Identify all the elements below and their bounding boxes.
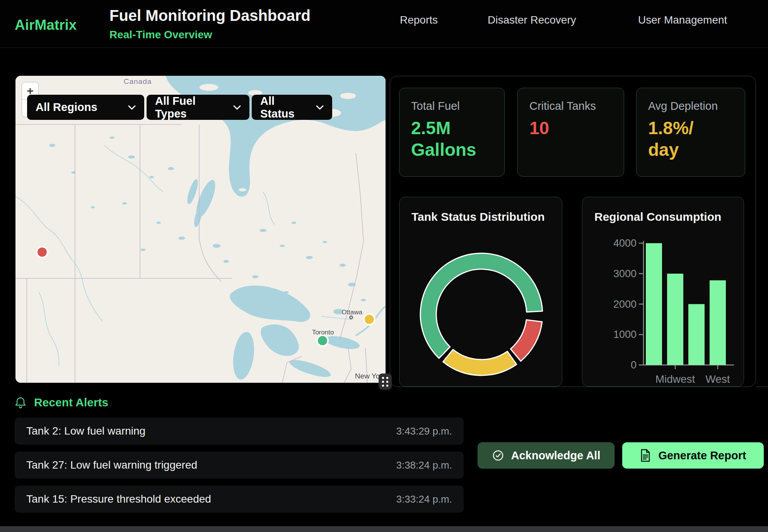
- alert-list-item[interactable]: Tank 15: Pressure threshold exceeded 3:3…: [15, 486, 464, 513]
- generate-report-label: Generate Report: [658, 449, 746, 462]
- alert-timestamp: 3:33:24 p.m.: [396, 493, 452, 505]
- map-terrain: [15, 76, 386, 383]
- alert-message: Tank 27: Low fuel warning triggered: [26, 459, 197, 471]
- svg-text:1000: 1000: [613, 329, 637, 340]
- alerts-title: Recent Alerts: [34, 396, 108, 409]
- acknowledge-all-button[interactable]: Acknowledge All: [478, 442, 614, 469]
- stat-card-avg-depletion: Avg Depletion 1.8%/ day: [636, 88, 745, 177]
- svg-text:Midwest: Midwest: [655, 373, 695, 385]
- page-subtitle: Real-Time Overview: [109, 29, 212, 41]
- generate-report-button[interactable]: Generate Report: [622, 442, 764, 469]
- tank-status-donut-chart: [399, 197, 562, 387]
- stat-value: 10: [529, 117, 612, 139]
- nav-disaster-recovery[interactable]: Disaster Recovery: [488, 14, 576, 26]
- document-icon: [640, 449, 651, 462]
- regional-consumption-bar-chart: 01000200030004000MidwestWest: [582, 197, 744, 387]
- stat-label: Avg Depletion: [648, 100, 733, 113]
- alert-message: Tank 2: Low fuel warning: [26, 425, 145, 437]
- svg-text:4000: 4000: [613, 237, 637, 249]
- chevron-down-icon: [128, 105, 136, 110]
- region-filter-value: All Regions: [36, 101, 97, 114]
- region-filter-dropdown[interactable]: All Regions: [27, 95, 144, 120]
- tank-marker-normal[interactable]: [318, 336, 327, 345]
- stat-value: 2.5M Gallons: [411, 117, 493, 160]
- svg-text:West: West: [705, 373, 730, 385]
- svg-text:0: 0: [631, 359, 637, 371]
- chevron-down-icon: [233, 105, 241, 110]
- brand-logo[interactable]: AirMatrix: [15, 17, 77, 33]
- stat-card-critical-tanks: Critical Tanks 10: [517, 88, 624, 177]
- bottom-bar: [0, 526, 768, 532]
- svg-text:2000: 2000: [613, 298, 637, 310]
- stat-label: Critical Tanks: [529, 100, 612, 113]
- nav-user-management[interactable]: User Management: [638, 14, 727, 26]
- status-filter-dropdown[interactable]: All Status: [252, 95, 332, 120]
- alert-list-item[interactable]: Tank 27: Low fuel warning triggered 3:38…: [15, 452, 464, 479]
- fuel-type-filter-value: All Fuel Types: [155, 95, 226, 120]
- section-divider: [756, 387, 768, 387]
- tank-marker-warning[interactable]: [365, 315, 374, 324]
- alerts-header: Recent Alerts: [15, 396, 108, 409]
- fuel-type-filter-dropdown[interactable]: All Fuel Types: [147, 95, 249, 120]
- nav-reports[interactable]: Reports: [400, 14, 438, 26]
- check-circle-icon: [492, 449, 504, 462]
- alert-message: Tank 15: Pressure threshold exceeded: [26, 493, 211, 505]
- stat-label: Total Fuel: [411, 100, 493, 113]
- acknowledge-all-label: Acknowledge All: [511, 449, 601, 462]
- page-title: Fuel Monitoring Dashboard: [109, 7, 311, 24]
- stat-value: 1.8%/ day: [648, 117, 733, 160]
- tank-marker-critical[interactable]: [38, 247, 47, 257]
- alert-list-item[interactable]: Tank 2: Low fuel warning 3:43:29 p.m.: [15, 418, 464, 445]
- chevron-down-icon: [316, 105, 324, 110]
- alert-timestamp: 3:43:29 p.m.: [396, 425, 452, 437]
- regional-consumption-chart-card: Regional Consumption 01000200030004000Mi…: [582, 197, 744, 387]
- fuel-map[interactable]: Canada Ottawa Toronto New York + − All R…: [15, 76, 386, 383]
- bell-icon: [15, 396, 26, 409]
- svg-text:3000: 3000: [613, 268, 637, 280]
- map-filters: All Regions All Fuel Types All Status: [27, 95, 332, 120]
- town-marker-icon: [349, 315, 353, 319]
- alert-timestamp: 3:38:24 p.m.: [396, 459, 452, 471]
- stat-card-total-fuel: Total Fuel 2.5M Gallons: [399, 88, 505, 177]
- app-header: AirMatrix Fuel Monitoring Dashboard Real…: [0, 0, 768, 48]
- tank-status-chart-card: Tank Status Distribution: [399, 197, 562, 387]
- status-filter-value: All Status: [260, 95, 309, 120]
